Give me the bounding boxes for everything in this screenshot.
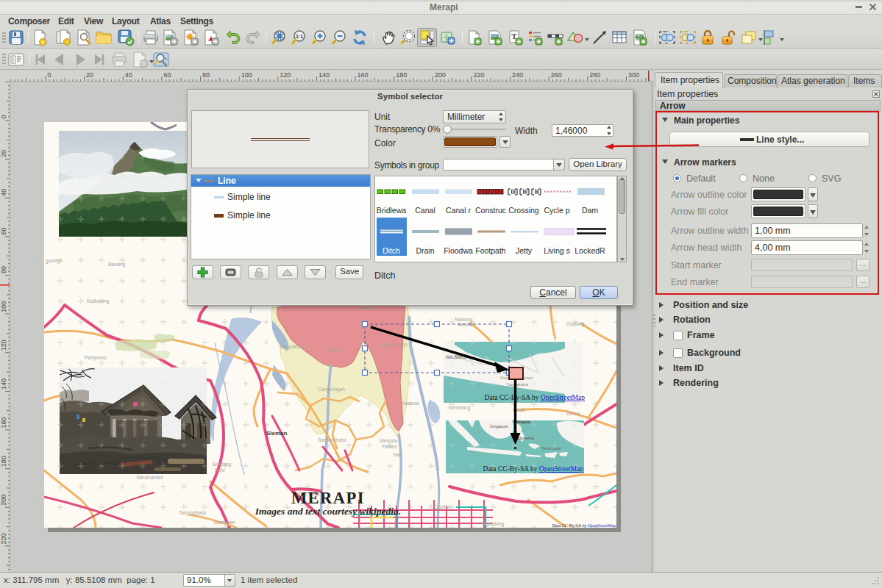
svg-text:Data CC-By-SA by OpenStreetMap: Data CC-By-SA by OpenStreetMap (552, 523, 616, 528)
svg-text:Data CC-By-SA by OpenStreetMap: Data CC-By-SA by OpenStreetMap (483, 465, 584, 473)
svg-text:60: 60 (0, 227, 7, 234)
svg-text:1:1: 1:1 (296, 34, 303, 39)
svg-text:0: 0 (0, 115, 7, 118)
svg-text:Nan: Nan (394, 452, 402, 457)
svg-text:120: 120 (280, 71, 291, 79)
svg-text:140: 140 (0, 379, 7, 390)
svg-text:Minomartani: Minomartani (137, 475, 163, 480)
svg-text:Rejo: Rejo (215, 467, 225, 473)
svg-text:40: 40 (125, 71, 132, 79)
svg-text:200: 200 (435, 71, 446, 79)
svg-text:Images and text courtesy wikip: Images and text courtesy wikipedia. (255, 506, 401, 517)
svg-text:Ngandong: Ngandong (482, 521, 504, 527)
svg-text:Sardonoharjo: Sardonoharjo (318, 437, 346, 443)
svg-text:Kemalang: Kemalang (449, 405, 471, 411)
svg-text:220: 220 (0, 533, 7, 544)
svg-text:100: 100 (241, 71, 252, 79)
svg-text:Grinting: Grinting (324, 347, 341, 353)
svg-text:80: 80 (202, 71, 210, 79)
svg-text:260: 260 (551, 71, 562, 79)
svg-text:Data CC-By-SA by OpenStreetMap: Data CC-By-SA by OpenStreetMap (485, 394, 586, 401)
svg-text:20: 20 (0, 150, 7, 157)
svg-text:Cangkringan: Cangkringan (318, 387, 345, 392)
svg-text:0: 0 (48, 71, 51, 79)
svg-text:Kalibening: Kalibening (87, 298, 110, 304)
svg-text:300: 300 (628, 71, 639, 79)
svg-text:Pampurno: Pampurno (85, 355, 107, 361)
svg-text:Bawang: Bawang (108, 262, 126, 268)
svg-text:Sleman: Sleman (266, 430, 288, 437)
svg-text:40: 40 (0, 189, 7, 196)
svg-text:200: 200 (0, 495, 7, 506)
svg-text:Kasuran: Kasuran (402, 401, 420, 406)
svg-text:280: 280 (589, 71, 600, 79)
svg-text:180: 180 (0, 456, 7, 467)
svg-text:120: 120 (0, 340, 7, 351)
svg-text:Nawung: Nawung (455, 317, 472, 323)
svg-text:Dlmun: Dlmun (566, 411, 580, 416)
svg-text:160: 160 (358, 71, 369, 79)
svg-text:Sendang: Sendang (212, 462, 231, 467)
svg-text:180: 180 (396, 71, 407, 79)
svg-text:Sumberan: Sumberan (213, 520, 235, 525)
svg-text:100: 100 (0, 301, 7, 312)
svg-text:gunrejo: gunrejo (46, 258, 62, 264)
svg-text:Cepitan: Cepitan (434, 504, 451, 510)
svg-text:80: 80 (0, 266, 7, 273)
svg-text:Kemiri: Kemiri (359, 306, 372, 311)
svg-text:240: 240 (512, 71, 523, 79)
svg-text:Banyuatom: Banyuatom (280, 344, 304, 350)
svg-text:Glagah-Harjo: Glagah-Harjo (379, 342, 408, 348)
svg-text:220: 220 (473, 71, 484, 79)
svg-text:MERAPI: MERAPI (291, 489, 365, 507)
svg-text:60: 60 (163, 71, 171, 79)
svg-text:Tanjungharjo: Tanjungharjo (179, 510, 207, 516)
svg-text:20: 20 (86, 71, 93, 79)
svg-text:Wedoda: Wedoda (380, 438, 397, 443)
svg-text:Parlani: Parlani (382, 444, 396, 449)
svg-text:160: 160 (0, 417, 7, 428)
svg-text:Doplang: Doplang (566, 321, 585, 327)
svg-text:140: 140 (319, 71, 330, 79)
